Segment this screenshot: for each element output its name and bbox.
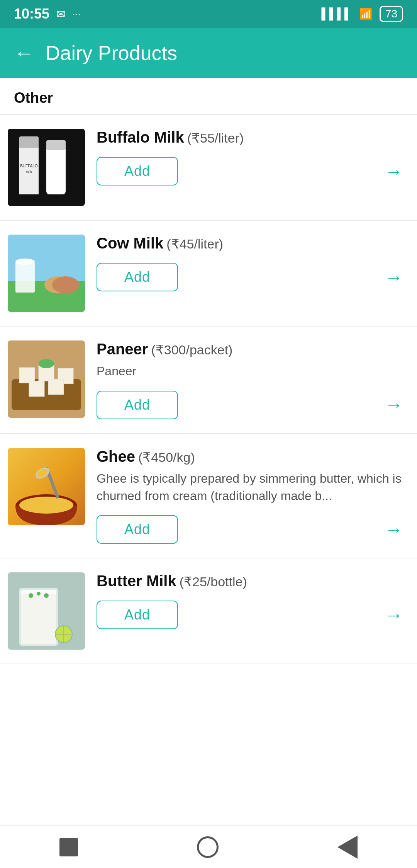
svg-rect-2: [19, 136, 39, 148]
svg-point-33: [44, 593, 49, 598]
product-actions: Add →: [97, 157, 403, 186]
page-title: Dairy Products: [46, 41, 177, 65]
battery-indicator: 73: [380, 6, 403, 22]
nav-square-button[interactable]: [59, 838, 78, 856]
product-image-butter-milk: [8, 572, 85, 650]
product-image-cow-milk: [8, 235, 85, 312]
bottom-navigation: [0, 825, 417, 868]
triangle-icon: [337, 836, 358, 859]
svg-point-23: [19, 497, 73, 514]
product-info-butter-milk: Butter Milk (₹25/bottle) Add →: [97, 572, 403, 629]
product-image-buffalo-milk: BUFFALO milk: [8, 129, 85, 206]
svg-rect-30: [21, 594, 56, 644]
product-name-row: Buffalo Milk (₹55/liter): [97, 129, 403, 146]
svg-rect-16: [19, 368, 35, 383]
nav-back-button[interactable]: [337, 836, 358, 859]
nav-home-button[interactable]: [197, 836, 219, 858]
svg-text:BUFFALO: BUFFALO: [20, 164, 38, 168]
detail-arrow-butter-milk[interactable]: →: [385, 604, 403, 626]
product-info-buffalo-milk: Buffalo Milk (₹55/liter) Add →: [97, 129, 403, 186]
message-icon: ✉: [56, 8, 65, 20]
add-button-buffalo-milk[interactable]: Add: [97, 157, 178, 186]
product-actions: Add →: [97, 391, 403, 419]
svg-rect-20: [48, 379, 64, 395]
back-button[interactable]: ←: [14, 41, 34, 65]
status-icons-right: ▌▌▌▌ 📶 73: [321, 6, 403, 22]
product-name-row: Butter Milk (₹25/bottle): [97, 572, 403, 590]
product-image-paneer: [8, 340, 85, 418]
list-item: Cow Milk (₹45/liter) Add →: [0, 221, 417, 327]
svg-text:milk: milk: [26, 170, 32, 174]
wifi-icon: 📶: [359, 8, 373, 20]
detail-arrow-ghee[interactable]: →: [385, 519, 403, 540]
product-price: (₹45/liter): [166, 236, 223, 252]
product-name: Paneer: [97, 340, 148, 358]
product-name: Cow Milk: [97, 235, 163, 252]
list-item: Butter Milk (₹25/bottle) Add →: [0, 558, 417, 664]
detail-arrow-cow-milk[interactable]: →: [385, 267, 403, 288]
product-image-ghee: [8, 448, 85, 525]
detail-arrow-buffalo-milk[interactable]: →: [385, 161, 403, 182]
product-name-row: Paneer (₹300/packet): [97, 340, 403, 358]
list-item: Paneer (₹300/packet) Paneer Add →: [0, 327, 417, 434]
square-icon: [59, 838, 78, 856]
add-button-cow-milk[interactable]: Add: [97, 263, 178, 291]
section-label: Other: [14, 90, 53, 106]
add-button-paneer[interactable]: Add: [97, 391, 178, 419]
product-info-cow-milk: Cow Milk (₹45/liter) Add →: [97, 235, 403, 291]
add-button-butter-milk[interactable]: Add: [97, 601, 178, 629]
product-price: (₹25/bottle): [180, 574, 247, 589]
product-actions: Add →: [97, 601, 403, 629]
list-item: BUFFALO milk Buffalo Milk (₹55/liter) Ad…: [0, 115, 417, 221]
product-info-ghee: Ghee (₹450/kg) Ghee is typically prepare…: [97, 448, 403, 544]
signal-icon: ▌▌▌▌: [321, 8, 352, 20]
product-description: Paneer: [97, 363, 403, 380]
product-name: Buffalo Milk: [97, 129, 184, 146]
product-name-row: Cow Milk (₹45/liter): [97, 235, 403, 252]
product-price: (₹55/liter): [187, 130, 244, 146]
svg-rect-7: [46, 140, 66, 150]
page-header: ← Dairy Products: [0, 28, 417, 78]
product-list: BUFFALO milk Buffalo Milk (₹55/liter) Ad…: [0, 115, 417, 664]
svg-point-11: [52, 276, 79, 293]
detail-arrow-paneer[interactable]: →: [385, 394, 403, 415]
product-name: Butter Milk: [97, 572, 176, 590]
svg-rect-19: [29, 381, 44, 397]
product-name-row: Ghee (₹450/kg): [97, 448, 403, 465]
product-price: (₹450/kg): [138, 449, 195, 465]
circle-icon: [197, 836, 219, 858]
section-header: Other: [0, 78, 417, 115]
svg-point-13: [15, 259, 35, 265]
svg-rect-12: [15, 262, 35, 293]
list-item: Ghee (₹450/kg) Ghee is typically prepare…: [0, 434, 417, 559]
more-icon: ···: [72, 8, 81, 20]
svg-point-31: [29, 593, 33, 598]
product-actions: Add →: [97, 263, 403, 291]
add-button-ghee[interactable]: Add: [97, 515, 178, 544]
product-info-paneer: Paneer (₹300/packet) Paneer Add →: [97, 340, 403, 419]
status-time: 10:55: [14, 6, 49, 22]
svg-point-32: [37, 592, 41, 596]
status-bar: 10:55 ✉ ··· ▌▌▌▌ 📶 73: [0, 0, 417, 28]
status-bar-left: 10:55 ✉ ···: [14, 6, 81, 22]
svg-point-21: [39, 359, 54, 368]
product-price: (₹300/packet): [151, 342, 232, 357]
product-description: Ghee is typically prepared by simmering …: [97, 470, 403, 505]
product-actions: Add →: [97, 515, 403, 544]
product-name: Ghee: [97, 448, 135, 465]
